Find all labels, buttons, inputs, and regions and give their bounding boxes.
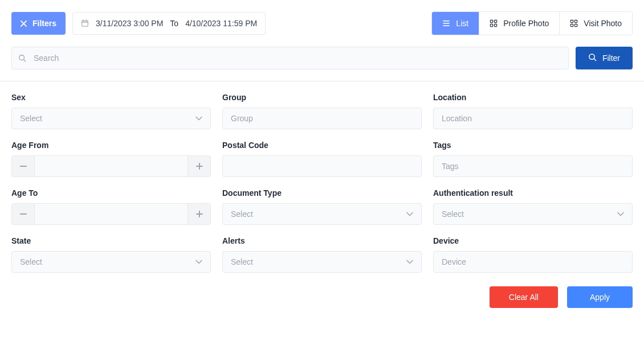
select-sex[interactable]: Select	[11, 108, 211, 129]
calendar-icon	[81, 19, 89, 27]
grid-icon	[570, 19, 578, 27]
svg-rect-1	[490, 20, 492, 22]
top-right: List Profile Photo Visit Photo	[431, 11, 633, 35]
search-icon	[18, 54, 26, 62]
date-from-text: 3/11/2023 3:00 PM	[96, 19, 163, 28]
input-device[interactable]	[433, 251, 633, 273]
placeholder-state: Select	[20, 257, 42, 266]
input-location[interactable]	[433, 108, 633, 129]
label-state: State	[11, 236, 211, 245]
view-profile-photo-label: Profile Photo	[503, 19, 549, 28]
placeholder-document-type: Select	[231, 209, 253, 219]
placeholder-auth-result: Select	[442, 209, 464, 219]
chevron-down-icon	[617, 212, 624, 216]
apply-button[interactable]: Apply	[567, 286, 633, 308]
top-left: Filters 3/11/2023 3:00 PM To 4/10/2023 1…	[11, 12, 266, 35]
age-from-plus-button[interactable]	[188, 156, 210, 176]
chevron-down-icon	[195, 260, 202, 264]
chevron-down-icon	[195, 116, 202, 121]
view-toggle: List Profile Photo Visit Photo	[431, 11, 633, 35]
view-profile-photo-button[interactable]: Profile Photo	[479, 12, 560, 35]
view-visit-photo-button[interactable]: Visit Photo	[560, 12, 632, 35]
age-from-minus-button[interactable]	[12, 156, 35, 176]
filters-form: Sex Select Group Location Age From	[0, 81, 644, 319]
top-bar: Filters 3/11/2023 3:00 PM To 4/10/2023 1…	[0, 0, 644, 47]
date-to-label: To	[170, 19, 178, 28]
label-postal-code: Postal Code	[222, 141, 422, 150]
grid-icon	[490, 19, 498, 27]
svg-rect-0	[82, 21, 88, 27]
svg-rect-8	[575, 24, 577, 26]
input-group[interactable]	[222, 108, 422, 129]
label-tags: Tags	[433, 141, 633, 150]
stepper-age-to	[11, 203, 211, 225]
stepper-age-from	[11, 155, 211, 177]
chevron-down-icon	[406, 212, 413, 216]
select-auth-result[interactable]: Select	[433, 203, 633, 225]
field-document-type: Document Type Select	[222, 188, 422, 225]
view-list-label: List	[456, 19, 468, 28]
select-alerts[interactable]: Select	[222, 251, 422, 273]
svg-rect-7	[571, 24, 573, 26]
view-list-button[interactable]: List	[432, 12, 479, 35]
label-document-type: Document Type	[222, 188, 422, 198]
close-icon	[21, 20, 27, 27]
search-row: Filter	[0, 47, 644, 81]
list-icon	[442, 20, 450, 27]
svg-rect-11	[20, 166, 27, 167]
label-group: Group	[222, 93, 422, 102]
form-actions: Clear All Apply	[11, 286, 633, 308]
label-location: Location	[433, 93, 633, 102]
placeholder-alerts: Select	[231, 257, 253, 266]
field-sex: Sex Select	[11, 93, 211, 129]
svg-rect-5	[571, 20, 573, 22]
search-icon	[588, 53, 597, 63]
label-alerts: Alerts	[222, 236, 422, 245]
svg-rect-14	[20, 213, 27, 215]
svg-rect-6	[575, 20, 577, 22]
input-age-to[interactable]	[35, 204, 188, 224]
field-device: Device	[433, 236, 633, 273]
field-postal-code: Postal Code	[222, 141, 422, 177]
input-age-from[interactable]	[35, 156, 188, 176]
filter-button[interactable]: Filter	[576, 47, 633, 69]
label-device: Device	[433, 236, 633, 245]
placeholder-sex: Select	[20, 114, 42, 123]
field-state: State Select	[11, 236, 211, 273]
date-range-picker[interactable]: 3/11/2023 3:00 PM To 4/10/2023 11:59 PM	[72, 12, 266, 35]
label-auth-result: Authentication result	[433, 188, 633, 198]
field-age-to: Age To	[11, 188, 211, 225]
svg-rect-2	[494, 20, 496, 22]
label-age-to: Age To	[11, 188, 211, 198]
input-tags[interactable]	[433, 155, 633, 177]
field-location: Location	[433, 93, 633, 129]
field-auth-result: Authentication result Select	[433, 188, 633, 225]
filters-button[interactable]: Filters	[11, 12, 66, 35]
label-age-from: Age From	[11, 141, 211, 150]
field-age-from: Age From	[11, 141, 211, 177]
age-to-minus-button[interactable]	[12, 204, 35, 224]
field-group: Group	[222, 93, 422, 129]
field-tags: Tags	[433, 141, 633, 177]
svg-rect-4	[494, 24, 496, 26]
date-to-text: 4/10/2023 11:59 PM	[185, 19, 257, 28]
svg-rect-3	[490, 24, 492, 26]
filters-label: Filters	[32, 19, 56, 28]
label-sex: Sex	[11, 93, 211, 102]
filter-button-label: Filter	[602, 54, 620, 63]
select-document-type[interactable]: Select	[222, 203, 422, 225]
search-input[interactable]	[11, 47, 569, 69]
chevron-down-icon	[406, 260, 413, 264]
form-grid: Sex Select Group Location Age From	[11, 93, 633, 273]
age-to-plus-button[interactable]	[188, 204, 210, 224]
select-state[interactable]: Select	[11, 251, 211, 273]
input-postal-code[interactable]	[222, 155, 422, 177]
field-alerts: Alerts Select	[222, 236, 422, 273]
svg-rect-16	[196, 213, 203, 215]
search-wrapper	[11, 47, 569, 69]
clear-all-button[interactable]: Clear All	[490, 286, 558, 308]
svg-rect-13	[196, 166, 203, 167]
view-visit-photo-label: Visit Photo	[584, 19, 622, 28]
